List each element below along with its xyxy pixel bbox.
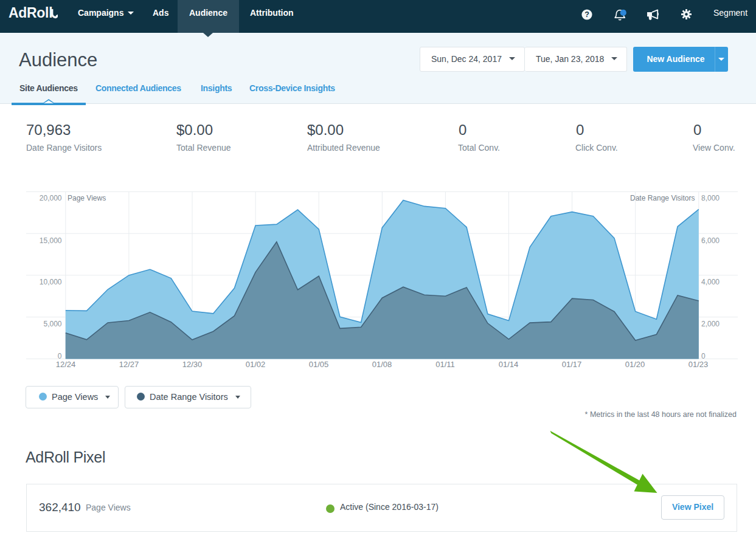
svg-text:?: ? [584,10,589,19]
